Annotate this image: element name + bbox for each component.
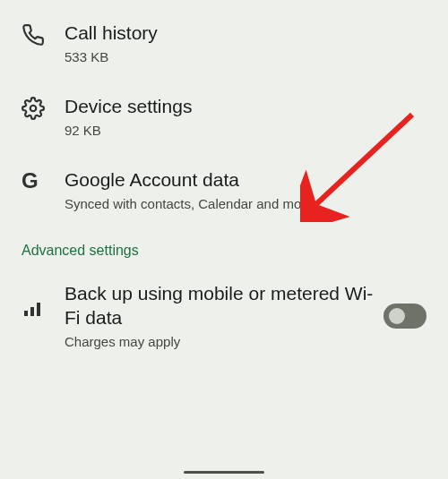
- row-subtitle: Charges may apply: [65, 333, 376, 351]
- row-text: Call history 533 KB: [65, 21, 426, 66]
- row-title: Device settings: [65, 95, 419, 118]
- row-text: Back up using mobile or metered Wi-Fi da…: [65, 282, 383, 350]
- row-google-account-data[interactable]: G Google Account data Synced with contac…: [0, 154, 448, 227]
- row-trailing: [383, 304, 426, 329]
- row-backup-mobile[interactable]: Back up using mobile or metered Wi-Fi da…: [0, 268, 448, 364]
- section-header-advanced: Advanced settings: [0, 227, 448, 268]
- svg-point-0: [30, 106, 37, 112]
- row-call-history[interactable]: Call history 533 KB: [0, 7, 448, 81]
- settings-list: Call history 533 KB Device settings 92 K…: [0, 0, 448, 364]
- svg-rect-2: [30, 307, 34, 316]
- row-text: Device settings 92 KB: [65, 95, 426, 140]
- row-title: Call history: [65, 21, 419, 45]
- row-text: Google Account data Synced with contacts…: [65, 168, 426, 213]
- phone-icon: [22, 21, 65, 47]
- backup-toggle[interactable]: [383, 304, 426, 329]
- row-device-settings[interactable]: Device settings 92 KB: [0, 81, 448, 154]
- row-title: Google Account data: [65, 168, 419, 192]
- gear-icon: [22, 95, 65, 120]
- row-subtitle: Synced with contacts, Calendar and more: [65, 195, 419, 213]
- svg-rect-3: [37, 303, 40, 316]
- navigation-handle[interactable]: [184, 471, 264, 474]
- row-subtitle: 92 KB: [65, 122, 419, 140]
- row-title: Back up using mobile or metered Wi-Fi da…: [65, 282, 376, 329]
- signal-bars-icon: [22, 282, 65, 320]
- svg-rect-1: [24, 311, 28, 316]
- row-subtitle: 533 KB: [65, 48, 419, 66]
- google-icon: G: [22, 168, 65, 192]
